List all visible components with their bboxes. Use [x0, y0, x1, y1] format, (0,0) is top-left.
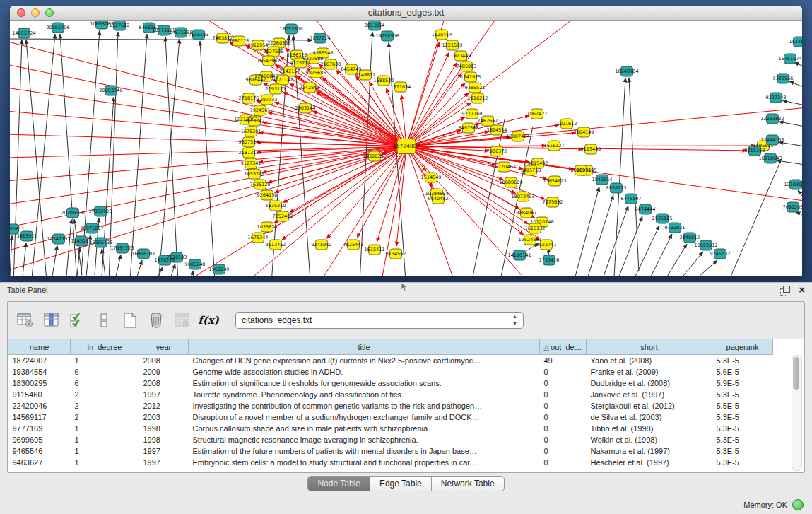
table-cell[interactable]: 5.5E-5 [712, 400, 773, 411]
zoom-window-button[interactable] [45, 8, 54, 17]
table-row[interactable]: 911546021997Tourette syndrome. Phenomeno… [8, 389, 773, 400]
table-cell[interactable]: 22420046 [8, 400, 71, 411]
table-cell[interactable]: 49 [540, 355, 587, 367]
table-cell[interactable]: 5.3E-5 [712, 445, 773, 457]
table-cell[interactable]: 2012 [139, 400, 189, 411]
table-cell[interactable]: Embryonic stem cells: a model to study s… [189, 457, 540, 468]
table-row[interactable]: 946554611997Estimation of the future num… [8, 445, 773, 457]
table-cell[interactable]: 5.3E-5 [712, 355, 773, 367]
table-cell[interactable]: Wolkin et al. (1998) [587, 434, 712, 445]
table-cell[interactable]: 18300295 [8, 378, 71, 389]
table-settings-icon[interactable] [16, 311, 35, 329]
table-cell[interactable]: 1998 [139, 423, 189, 434]
close-window-button[interactable] [17, 8, 25, 17]
table-cell[interactable]: 1 [71, 445, 139, 457]
table-cell[interactable]: Estimation of significance thresholds fo… [189, 378, 540, 389]
table-cell[interactable]: 2 [71, 389, 139, 400]
table-cell[interactable]: Tourette syndrome. Phenomenology and cla… [189, 389, 540, 400]
vertical-scrollbar[interactable] [792, 355, 802, 471]
table-cell[interactable]: Tibbo et al. (1998) [587, 423, 712, 434]
node-table[interactable]: namein_degreeyeartitle△out_de…shortpager… [8, 339, 773, 468]
table-cell[interactable]: 5.6E-5 [712, 366, 773, 378]
table-cell[interactable]: Jankovic et al. (1997) [587, 389, 712, 400]
table-cell[interactable]: 0 [540, 400, 587, 411]
table-cell[interactable]: 0 [540, 423, 587, 434]
table-cell[interactable]: 9465546 [8, 445, 71, 457]
column-header-name[interactable]: name [8, 339, 71, 355]
table-cell[interactable]: 5.3E-5 [712, 457, 773, 468]
table-row[interactable]: 2242004622012Investigating the contribut… [8, 400, 773, 411]
table-cell[interactable]: 18724007 [8, 355, 71, 367]
table-cell[interactable]: 0 [540, 457, 587, 468]
table-cell[interactable]: Disruption of a novel member of a sodium… [189, 411, 540, 423]
minimize-window-button[interactable] [31, 8, 40, 17]
new-table-icon[interactable] [121, 311, 139, 329]
table-cell[interactable]: 19384554 [8, 366, 71, 378]
table-row[interactable]: 1456911722003Disruption of a novel membe… [8, 411, 773, 423]
table-cell[interactable]: Stergiakouli et al. (2012) [587, 400, 712, 411]
table-cell[interactable]: Changes of HCN gene expression and I(f) … [189, 355, 540, 367]
table-cell[interactable]: 0 [540, 445, 587, 457]
tab-edge-table[interactable]: Edge Table [370, 476, 432, 491]
tab-network-table[interactable]: Network Table [431, 476, 505, 491]
table-cell[interactable]: Investigating the contribution of common… [189, 400, 540, 411]
table-row[interactable]: 946362711997Embryonic stem cells: a mode… [8, 457, 773, 468]
table-cell[interactable]: 0 [540, 434, 587, 445]
table-cell[interactable]: 1 [71, 434, 139, 445]
table-cell[interactable]: 9699695 [8, 434, 71, 445]
table-cell[interactable]: 2 [71, 411, 139, 423]
table-row[interactable]: 1938455462009Genome-wide association stu… [8, 366, 773, 378]
table-cell[interactable]: Nakamura et al. (1997) [587, 445, 712, 457]
table-cell[interactable]: 5.9E-5 [712, 378, 773, 389]
column-header-in_degree[interactable]: in_degree [71, 339, 139, 355]
table-row[interactable]: 969969511998Structural magnetic resonanc… [8, 434, 773, 445]
select-all-icon[interactable] [69, 311, 87, 329]
table-cell[interactable]: 6 [71, 366, 139, 378]
table-cell[interactable]: 1997 [139, 445, 189, 457]
column-header-title[interactable]: title [189, 339, 540, 355]
table-cell[interactable]: 2009 [139, 366, 189, 378]
table-cell[interactable]: 1 [71, 355, 139, 367]
scrollbar-thumb[interactable] [793, 357, 799, 390]
column-header-out_de[interactable]: △out_de… [540, 339, 587, 355]
table-cell[interactable]: 1997 [139, 457, 189, 468]
tab-node-table[interactable]: Node Table [307, 476, 370, 491]
table-cell[interactable]: 2 [71, 400, 139, 411]
column-header-pagerank[interactable]: pagerank [712, 339, 773, 355]
table-cell[interactable]: Dudbridge et al. (2008) [587, 378, 712, 389]
table-cell[interactable]: 1998 [139, 434, 189, 445]
table-cell[interactable]: Yano et al. (2008) [587, 355, 712, 367]
table-cell[interactable]: 6 [71, 378, 139, 389]
table-row[interactable]: 977716911998Corpus callosum shape and si… [8, 423, 773, 434]
column-header-year[interactable]: year [139, 339, 189, 355]
clear-selection-icon[interactable] [95, 311, 113, 329]
float-panel-icon[interactable] [780, 286, 790, 295]
table-cell[interactable]: 9777169 [8, 423, 71, 434]
table-cell[interactable]: 5.3E-5 [712, 423, 773, 434]
table-cell[interactable]: 9115460 [8, 389, 71, 400]
network-window-titlebar[interactable]: citations_edges.txt [10, 6, 802, 21]
table-cell[interactable]: Structural magnetic resonance image aver… [189, 434, 540, 445]
table-cell[interactable]: 14569117 [8, 411, 71, 423]
table-cell[interactable]: 0 [540, 378, 587, 389]
table-cell[interactable]: 2003 [139, 411, 189, 423]
table-row[interactable]: 1872400712008Changes of HCN gene express… [8, 355, 773, 367]
table-cell[interactable]: Estimation of the future numbers of pati… [189, 445, 540, 457]
table-cell[interactable]: 1997 [139, 389, 189, 400]
table-cell[interactable]: 1 [71, 423, 139, 434]
table-cell[interactable]: 0 [540, 366, 587, 378]
column-header-short[interactable]: short [587, 339, 712, 355]
table-cell[interactable]: Franke et al. (2009) [587, 366, 712, 378]
table-cell[interactable]: 5.3E-5 [712, 389, 773, 400]
table-cell[interactable]: 5.3E-5 [712, 434, 773, 445]
column-select-icon[interactable] [42, 311, 61, 329]
table-cell[interactable]: 2008 [139, 355, 189, 367]
table-cell[interactable]: Genome-wide association studies in ADHD. [189, 366, 540, 378]
table-cell[interactable]: Hescheler et al. (1997) [587, 457, 712, 468]
table-cell[interactable]: 2008 [139, 378, 189, 389]
table-source-select[interactable]: citations_edges.txt ▲▼ [235, 312, 524, 329]
table-cell[interactable]: 1 [71, 457, 139, 468]
table-cell[interactable]: 9463627 [8, 457, 71, 468]
table-cell[interactable]: 0 [540, 389, 587, 400]
table-cell[interactable]: Corpus callosum shape and size in male p… [189, 423, 540, 434]
